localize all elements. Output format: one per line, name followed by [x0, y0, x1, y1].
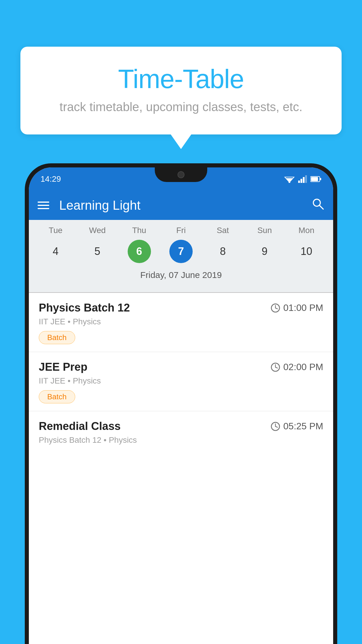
svg-rect-3 — [298, 181, 300, 183]
menu-line-3 — [38, 208, 49, 209]
schedule-item-2[interactable]: JEE Prep 02:00 PM IIT JEE • Physics Batc… — [29, 352, 333, 411]
day-7-selected[interactable]: 7 — [169, 240, 193, 263]
schedule-item-3[interactable]: Remedial Class 05:25 PM Physics Batch 12… — [29, 411, 333, 457]
schedule-item-1[interactable]: Physics Batch 12 01:00 PM IIT JEE • Phys… — [29, 293, 333, 352]
svg-line-11 — [319, 205, 323, 209]
day-header-sat: Sat — [211, 226, 234, 235]
status-icons — [284, 175, 321, 183]
app-bar: Learning Light — [29, 191, 333, 220]
schedule-item-2-top: JEE Prep 02:00 PM — [39, 361, 323, 373]
signal-icon — [298, 175, 307, 183]
day-9[interactable]: 9 — [253, 240, 276, 263]
day-4[interactable]: 4 — [44, 240, 67, 263]
menu-line-1 — [38, 202, 49, 203]
search-button[interactable] — [312, 197, 324, 213]
phone-frame: 14:29 — [25, 163, 337, 644]
day-header-tue: Tue — [44, 226, 67, 235]
clock-icon-3 — [270, 421, 280, 431]
day-header-fri: Fri — [169, 226, 193, 235]
svg-line-20 — [275, 426, 277, 427]
selected-date-label: Friday, 07 June 2019 — [29, 268, 333, 285]
calendar-strip: Tue Wed Thu Fri Sat Sun Mon 4 5 6 7 8 9 … — [29, 220, 333, 288]
day-header-thu: Thu — [128, 226, 151, 235]
day-header-sun: Sun — [253, 226, 276, 235]
schedule-item-2-name: JEE Prep — [39, 361, 87, 373]
speech-bubble-container: Time-Table track timetable, upcoming cla… — [20, 47, 342, 134]
schedule-item-2-time: 02:00 PM — [270, 362, 323, 372]
svg-rect-6 — [305, 175, 307, 183]
day-10[interactable]: 10 — [295, 240, 318, 263]
menu-line-2 — [38, 205, 49, 206]
speech-bubble: Time-Table track timetable, upcoming cla… — [20, 47, 342, 134]
status-bar: 14:29 — [29, 167, 333, 191]
day-6-today[interactable]: 6 — [128, 240, 151, 263]
bubble-subtitle: track timetable, upcoming classes, tests… — [44, 100, 318, 114]
svg-rect-4 — [301, 179, 302, 183]
svg-rect-5 — [303, 177, 305, 183]
day-headers: Tue Wed Thu Fri Sat Sun Mon — [29, 226, 333, 235]
svg-line-17 — [275, 367, 277, 368]
schedule-list: Physics Batch 12 01:00 PM IIT JEE • Phys… — [29, 293, 333, 644]
day-header-mon: Mon — [295, 226, 318, 235]
status-time: 14:29 — [41, 174, 61, 184]
app-title: Learning Light — [59, 198, 305, 213]
schedule-item-3-top: Remedial Class 05:25 PM — [39, 420, 323, 433]
day-8[interactable]: 8 — [211, 240, 234, 263]
notch — [155, 167, 207, 182]
schedule-item-1-time: 01:00 PM — [270, 302, 323, 313]
svg-rect-8 — [311, 177, 318, 181]
camera — [178, 171, 184, 178]
schedule-item-3-name: Remedial Class — [39, 420, 121, 433]
schedule-item-1-top: Physics Batch 12 01:00 PM — [39, 302, 323, 314]
bubble-title: Time-Table — [44, 64, 318, 94]
day-header-wed: Wed — [86, 226, 109, 235]
clock-icon-1 — [270, 303, 280, 313]
battery-icon — [310, 176, 321, 182]
svg-line-14 — [275, 308, 277, 309]
schedule-item-2-badge: Batch — [39, 390, 75, 403]
schedule-item-3-sub: Physics Batch 12 • Physics — [39, 435, 323, 445]
schedule-item-2-sub: IIT JEE • Physics — [39, 376, 323, 386]
search-icon — [312, 197, 324, 210]
schedule-item-3-time: 05:25 PM — [270, 421, 323, 432]
day-5[interactable]: 5 — [86, 240, 109, 263]
schedule-item-1-sub: IIT JEE • Physics — [39, 317, 323, 326]
schedule-item-1-badge: Batch — [39, 331, 75, 344]
phone-inner: 14:29 — [29, 167, 333, 644]
svg-rect-9 — [320, 178, 321, 180]
clock-icon-2 — [270, 362, 280, 372]
day-numbers: 4 5 6 7 8 9 10 — [29, 240, 333, 263]
wifi-icon — [284, 175, 295, 183]
menu-button[interactable] — [38, 202, 49, 209]
schedule-item-1-name: Physics Batch 12 — [39, 302, 130, 314]
